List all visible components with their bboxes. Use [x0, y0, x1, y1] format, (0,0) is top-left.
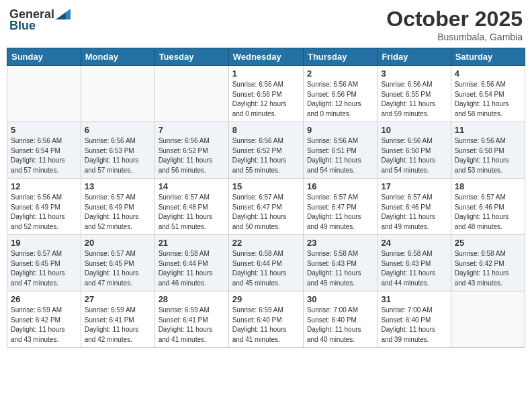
calendar-cell: 23Sunrise: 6:58 AM Sunset: 6:43 PM Dayli…: [303, 235, 377, 291]
day-header-saturday: Saturday: [451, 48, 525, 66]
calendar-week-row: 19Sunrise: 6:57 AM Sunset: 6:45 PM Dayli…: [7, 235, 525, 291]
day-info: Sunrise: 6:59 AM Sunset: 6:41 PM Dayligh…: [85, 306, 151, 345]
calendar-cell: 14Sunrise: 6:57 AM Sunset: 6:48 PM Dayli…: [154, 179, 228, 235]
calendar-table: SundayMondayTuesdayWednesdayThursdayFrid…: [7, 48, 525, 348]
calendar-cell: 3Sunrise: 6:56 AM Sunset: 6:55 PM Daylig…: [378, 66, 451, 122]
day-number: 6: [85, 125, 151, 135]
calendar-cell: 15Sunrise: 6:57 AM Sunset: 6:47 PM Dayli…: [228, 179, 303, 235]
calendar-cell: 6Sunrise: 6:56 AM Sunset: 6:53 PM Daylig…: [81, 122, 154, 179]
calendar-cell: [451, 291, 525, 348]
calendar-cell: [7, 66, 81, 122]
day-info: Sunrise: 6:58 AM Sunset: 6:43 PM Dayligh…: [307, 249, 373, 288]
logo-blue: Blue: [9, 19, 36, 33]
calendar-cell: 1Sunrise: 6:56 AM Sunset: 6:56 PM Daylig…: [228, 66, 303, 122]
calendar-cell: 18Sunrise: 6:57 AM Sunset: 6:46 PM Dayli…: [451, 179, 525, 235]
day-number: 30: [307, 294, 373, 304]
day-info: Sunrise: 6:56 AM Sunset: 6:50 PM Dayligh…: [381, 136, 447, 175]
day-info: Sunrise: 6:56 AM Sunset: 6:51 PM Dayligh…: [307, 136, 373, 175]
day-info: Sunrise: 7:00 AM Sunset: 6:40 PM Dayligh…: [307, 306, 373, 345]
day-number: 26: [11, 294, 77, 304]
calendar-cell: 26Sunrise: 6:59 AM Sunset: 6:42 PM Dayli…: [7, 291, 81, 348]
day-info: Sunrise: 6:57 AM Sunset: 6:48 PM Dayligh…: [159, 193, 225, 232]
day-info: Sunrise: 6:56 AM Sunset: 6:56 PM Dayligh…: [232, 80, 300, 119]
calendar-cell: 17Sunrise: 6:57 AM Sunset: 6:46 PM Dayli…: [378, 179, 451, 235]
day-info: Sunrise: 6:58 AM Sunset: 6:43 PM Dayligh…: [381, 249, 447, 288]
day-number: 4: [455, 68, 521, 79]
day-header-monday: Monday: [81, 48, 154, 66]
calendar-cell: [154, 66, 228, 122]
calendar-cell: 30Sunrise: 7:00 AM Sunset: 6:40 PM Dayli…: [303, 291, 377, 348]
calendar-cell: 9Sunrise: 6:56 AM Sunset: 6:51 PM Daylig…: [303, 122, 377, 179]
logo: General Blue: [9, 7, 71, 33]
day-info: Sunrise: 7:00 AM Sunset: 6:40 PM Dayligh…: [381, 306, 447, 345]
day-header-wednesday: Wednesday: [228, 48, 303, 66]
day-number: 17: [381, 181, 447, 191]
calendar-cell: 25Sunrise: 6:58 AM Sunset: 6:42 PM Dayli…: [451, 235, 525, 291]
day-number: 28: [159, 294, 225, 304]
day-info: Sunrise: 6:57 AM Sunset: 6:45 PM Dayligh…: [85, 249, 151, 288]
calendar-cell: [81, 66, 154, 122]
day-number: 25: [455, 238, 521, 248]
calendar-cell: 12Sunrise: 6:56 AM Sunset: 6:49 PM Dayli…: [7, 179, 81, 235]
day-info: Sunrise: 6:57 AM Sunset: 6:47 PM Dayligh…: [232, 193, 300, 232]
day-info: Sunrise: 6:57 AM Sunset: 6:45 PM Dayligh…: [11, 249, 77, 288]
month-title: October 2025: [386, 7, 523, 32]
location: Busumbala, Gambia: [386, 32, 523, 42]
day-number: 20: [85, 238, 151, 248]
day-number: 23: [307, 238, 373, 248]
day-info: Sunrise: 6:59 AM Sunset: 6:40 PM Dayligh…: [232, 306, 300, 345]
day-info: Sunrise: 6:56 AM Sunset: 6:52 PM Dayligh…: [232, 136, 300, 175]
day-number: 13: [85, 181, 151, 191]
day-info: Sunrise: 6:58 AM Sunset: 6:42 PM Dayligh…: [455, 249, 521, 288]
calendar-week-row: 1Sunrise: 6:56 AM Sunset: 6:56 PM Daylig…: [7, 66, 525, 122]
day-number: 27: [85, 294, 151, 304]
day-number: 19: [11, 238, 77, 248]
day-number: 29: [232, 294, 300, 304]
calendar-cell: 13Sunrise: 6:57 AM Sunset: 6:49 PM Dayli…: [81, 179, 154, 235]
day-info: Sunrise: 6:56 AM Sunset: 6:54 PM Dayligh…: [455, 80, 521, 119]
day-number: 31: [381, 294, 447, 304]
calendar-cell: 11Sunrise: 6:56 AM Sunset: 6:50 PM Dayli…: [451, 122, 525, 179]
day-number: 10: [381, 125, 447, 135]
day-number: 5: [11, 125, 77, 135]
day-header-thursday: Thursday: [303, 48, 377, 66]
calendar-cell: 19Sunrise: 6:57 AM Sunset: 6:45 PM Dayli…: [7, 235, 81, 291]
calendar-cell: 31Sunrise: 7:00 AM Sunset: 6:40 PM Dayli…: [378, 291, 451, 348]
day-number: 7: [159, 125, 225, 135]
day-info: Sunrise: 6:56 AM Sunset: 6:56 PM Dayligh…: [307, 80, 373, 119]
day-info: Sunrise: 6:58 AM Sunset: 6:44 PM Dayligh…: [159, 249, 225, 288]
day-number: 2: [307, 68, 373, 79]
calendar-header-row: SundayMondayTuesdayWednesdayThursdayFrid…: [7, 48, 525, 66]
calendar-cell: 2Sunrise: 6:56 AM Sunset: 6:56 PM Daylig…: [303, 66, 377, 122]
day-header-friday: Friday: [378, 48, 451, 66]
calendar-cell: 7Sunrise: 6:56 AM Sunset: 6:52 PM Daylig…: [154, 122, 228, 179]
day-info: Sunrise: 6:56 AM Sunset: 6:54 PM Dayligh…: [11, 136, 77, 175]
calendar-cell: 5Sunrise: 6:56 AM Sunset: 6:54 PM Daylig…: [7, 122, 81, 179]
day-header-sunday: Sunday: [7, 48, 81, 66]
calendar-week-row: 26Sunrise: 6:59 AM Sunset: 6:42 PM Dayli…: [7, 291, 525, 348]
calendar-week-row: 12Sunrise: 6:56 AM Sunset: 6:49 PM Dayli…: [7, 179, 525, 235]
day-header-tuesday: Tuesday: [154, 48, 228, 66]
day-info: Sunrise: 6:57 AM Sunset: 6:49 PM Dayligh…: [85, 193, 151, 232]
day-number: 21: [159, 238, 225, 248]
day-info: Sunrise: 6:56 AM Sunset: 6:49 PM Dayligh…: [11, 193, 77, 232]
day-number: 11: [455, 125, 521, 135]
calendar-cell: 24Sunrise: 6:58 AM Sunset: 6:43 PM Dayli…: [378, 235, 451, 291]
day-number: 3: [381, 68, 447, 79]
day-info: Sunrise: 6:56 AM Sunset: 6:50 PM Dayligh…: [455, 136, 521, 175]
day-info: Sunrise: 6:57 AM Sunset: 6:46 PM Dayligh…: [381, 193, 447, 232]
calendar-cell: 22Sunrise: 6:58 AM Sunset: 6:44 PM Dayli…: [228, 235, 303, 291]
calendar-cell: 20Sunrise: 6:57 AM Sunset: 6:45 PM Dayli…: [81, 235, 154, 291]
day-number: 15: [232, 181, 300, 191]
day-info: Sunrise: 6:56 AM Sunset: 6:53 PM Dayligh…: [85, 136, 151, 175]
calendar-week-row: 5Sunrise: 6:56 AM Sunset: 6:54 PM Daylig…: [7, 122, 525, 179]
day-info: Sunrise: 6:56 AM Sunset: 6:55 PM Dayligh…: [381, 80, 447, 119]
day-number: 8: [232, 125, 300, 135]
calendar-cell: 29Sunrise: 6:59 AM Sunset: 6:40 PM Dayli…: [228, 291, 303, 348]
logo-icon: [56, 7, 71, 21]
calendar-cell: 16Sunrise: 6:57 AM Sunset: 6:47 PM Dayli…: [303, 179, 377, 235]
day-number: 18: [455, 181, 521, 191]
day-number: 1: [232, 68, 300, 79]
page-header: General Blue October 2025 Busumbala, Gam…: [7, 7, 525, 42]
day-number: 16: [307, 181, 373, 191]
